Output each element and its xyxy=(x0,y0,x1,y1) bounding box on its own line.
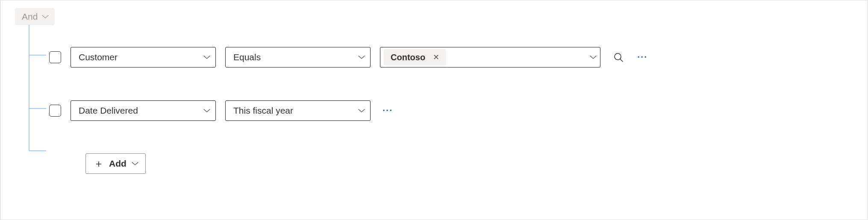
condition-row: Date Delivered This fiscal year ··· xyxy=(49,100,868,121)
group-operator-dropdown[interactable]: And xyxy=(15,8,55,25)
chevron-down-icon xyxy=(203,109,210,113)
chevron-down-icon xyxy=(132,161,138,166)
plus-icon: ＋ xyxy=(94,158,104,169)
remove-token-icon[interactable]: ✕ xyxy=(431,52,441,63)
svg-line-5 xyxy=(620,59,623,62)
row-checkbox[interactable] xyxy=(49,105,61,117)
filter-builder: And Customer Equals Contoso xyxy=(0,0,868,174)
operator-select[interactable]: Equals xyxy=(225,47,371,67)
field-select[interactable]: Customer xyxy=(71,47,216,67)
row-more-menu[interactable]: ··· xyxy=(635,50,650,65)
operator-select-value: This fiscal year xyxy=(233,106,293,116)
value-token: Contoso ✕ xyxy=(384,49,446,65)
row-more-menu[interactable]: ··· xyxy=(380,103,395,118)
add-button[interactable]: ＋ Add xyxy=(85,153,146,174)
chevron-down-icon xyxy=(358,55,365,59)
row-checkbox[interactable] xyxy=(49,51,61,63)
field-select-value: Date Delivered xyxy=(79,106,138,116)
operator-select[interactable]: This fiscal year xyxy=(225,100,371,121)
chevron-down-icon xyxy=(590,55,597,59)
search-icon[interactable] xyxy=(612,50,625,64)
condition-rows: Customer Equals Contoso ✕ xyxy=(15,25,868,174)
add-row: ＋ Add xyxy=(49,153,868,174)
operator-select-value: Equals xyxy=(233,52,261,62)
condition-row: Customer Equals Contoso ✕ xyxy=(49,47,868,68)
chevron-down-icon xyxy=(358,109,365,113)
value-token-label: Contoso xyxy=(391,53,425,62)
value-select[interactable]: Contoso ✕ xyxy=(380,47,600,67)
chevron-down-icon xyxy=(203,55,210,59)
group-operator-label: And xyxy=(22,12,38,22)
field-select-value: Customer xyxy=(79,52,118,62)
chevron-down-icon xyxy=(42,15,49,19)
field-select[interactable]: Date Delivered xyxy=(71,100,216,121)
add-button-label: Add xyxy=(109,158,127,169)
